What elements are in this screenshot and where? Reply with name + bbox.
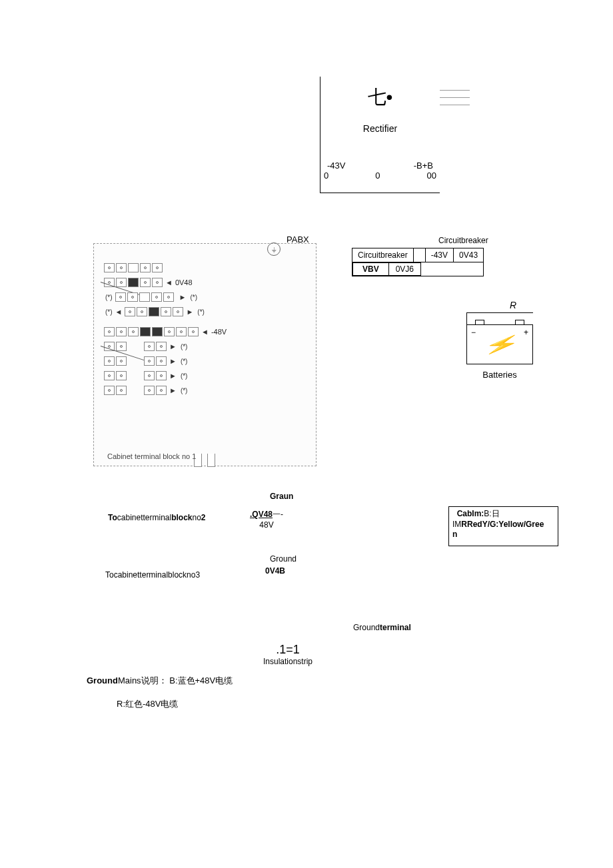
terminal-row: ►(*) [104, 354, 306, 368]
terminal-rows: ◄0V48 (*) ►(*) (*)◄ ►(*) [104, 260, 306, 398]
rectifier-leads [440, 90, 470, 112]
label-0v48: 0V48 [175, 278, 193, 286]
battery-group: R − + ⚡ Batteries [460, 300, 540, 380]
rectifier-box: 七• Rectifier -43V -B+B 0 0 00 [320, 77, 440, 193]
battery-r-label: R [486, 300, 540, 310]
breaker-cell-v1: -43V [425, 248, 453, 262]
cabim-l2b: RRedY/G:Yellow/Gree [461, 520, 544, 529]
ground-symbol-icon: ⏚ [267, 242, 281, 256]
r-red-note: R:红色-48V电缆 [117, 698, 178, 710]
breaker-vj6: 0VJ6 [388, 263, 420, 276]
label-0v4b: 0V4B [265, 566, 285, 576]
terminal-block-caption: Cabinet terminal block no 1 [107, 452, 196, 460]
insulation-strip-group: .1=1 Insulationstrip [263, 643, 312, 666]
battery-plus: + [524, 328, 528, 337]
terminal-row: (*)◄ ►(*) [104, 304, 306, 319]
ground-label-middle: Ground [270, 554, 297, 564]
breaker-vbv: VBV [353, 263, 389, 276]
cabim-l2a: IM [452, 520, 461, 529]
label-minus48v: -48V [211, 328, 227, 336]
breaker-cell-empty [413, 248, 425, 262]
terminal-row: ◄-48V [104, 324, 306, 339]
rectifier-v-right: -B+B [414, 161, 433, 171]
to-block-3-label: Tocabinetterminalblockno3 [105, 570, 200, 580]
rectifier-bottom-row: 0 0 00 [320, 171, 440, 181]
cabim-l1b: B:日 [484, 509, 499, 518]
rectifier-zero-2: 0 [375, 171, 380, 181]
cabim-legend-box: CabIm:B:日 IMRRedY/G:Yellow/Gree n [448, 506, 558, 546]
insulation-label: Insulationstrip [263, 657, 312, 666]
terminal-row: ►(*) [104, 339, 306, 354]
graun-label: Graun [270, 492, 293, 501]
battery-bolt-icon: ⚡ [482, 334, 516, 355]
rectifier-zero-3: 00 [427, 171, 436, 181]
insulation-number: .1=1 [263, 643, 312, 657]
ground-mains-note: GroundMains说明： B:蓝色+48V电缆 [87, 675, 233, 687]
cabinet-terminal-block-1: ⏚ ◄0V48 (*) [93, 243, 316, 466]
battery-terminal-left [475, 320, 484, 325]
terminal-row: (*) ►(*) [104, 290, 306, 304]
rectifier-lead [440, 97, 470, 98]
terminal-row: ►(*) [104, 383, 306, 398]
breaker-cell-v2: 0V43 [454, 248, 484, 262]
battery-label: Batteries [460, 370, 540, 380]
rectifier-lead [440, 105, 470, 105]
rectifier-zero-1: 0 [324, 171, 328, 181]
cabim-l1a: CabIm: [457, 509, 484, 518]
rectifier-v-left: -43V [327, 161, 345, 171]
terminal-legs [194, 454, 215, 467]
terminal-block-inner: ⏚ ◄0V48 (*) [94, 244, 316, 408]
rectifier-symbol: 七• [320, 85, 440, 110]
battery-box: − + ⚡ [466, 324, 533, 364]
terminal-row: ►(*) [104, 368, 306, 383]
rectifier-label: Rectifier [320, 123, 440, 134]
terminal-row [104, 260, 306, 275]
breaker-title: Circuitbreaker [438, 236, 488, 245]
rectifier-lead [440, 90, 470, 91]
battery-minus: − [471, 328, 476, 337]
circuit-breaker-area: Circuitbreaker Circuitbreaker -43V 0V43 … [352, 236, 488, 276]
qv48-label: .QV48一- 48V [250, 509, 283, 530]
rectifier-voltages: -43V -B+B [320, 161, 440, 171]
to-block-2-label: Tocabinetterminalblockno2 [108, 513, 206, 522]
ground-terminal-label: Groundterminal [353, 623, 411, 632]
table-row: Circuitbreaker -43V 0V43 [352, 248, 484, 262]
terminal-row: ◄0V48 [104, 275, 306, 290]
battery-terminal-right [515, 320, 524, 325]
table-row: VBV 0VJ6 [352, 262, 484, 276]
breaker-cell-label: Circuitbreaker [352, 248, 414, 262]
breaker-table: Circuitbreaker -43V 0V43 VBV 0VJ6 [352, 248, 484, 276]
cabim-l3: n [452, 530, 457, 539]
